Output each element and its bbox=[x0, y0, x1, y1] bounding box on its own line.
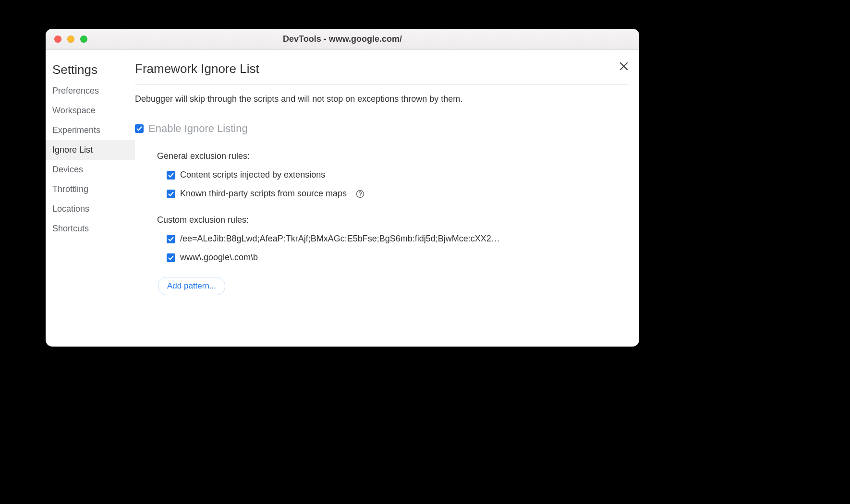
checkmark-icon bbox=[168, 236, 174, 242]
enable-ignore-listing-checkbox[interactable] bbox=[135, 124, 144, 133]
general-rule-content-scripts[interactable]: Content scripts injected by extensions bbox=[167, 170, 631, 180]
general-rules-label: General exclusion rules: bbox=[157, 151, 631, 161]
checkmark-icon bbox=[168, 254, 174, 261]
checkmark-icon bbox=[136, 125, 143, 132]
custom-rule-0[interactable]: /ee=ALeJib:B8gLwd;AfeaP:TkrAjf;BMxAGc:E5… bbox=[167, 234, 532, 244]
sidebar-item-experiments[interactable]: Experiments bbox=[46, 120, 135, 140]
checkmark-icon bbox=[168, 191, 174, 197]
close-icon bbox=[619, 62, 628, 71]
page-title: Framework Ignore List bbox=[135, 61, 629, 84]
third-party-checkbox[interactable] bbox=[167, 190, 175, 198]
sidebar-item-shortcuts[interactable]: Shortcuts bbox=[46, 219, 135, 239]
minimize-window-icon[interactable] bbox=[67, 36, 74, 43]
custom-rule-1[interactable]: www\.google\.com\b bbox=[167, 252, 532, 263]
sidebar-item-locations[interactable]: Locations bbox=[46, 199, 135, 219]
general-rule-third-party[interactable]: Known third-party scripts from source ma… bbox=[167, 189, 631, 199]
sidebar-item-workspace[interactable]: Workspace bbox=[46, 101, 135, 120]
window-title: DevTools - www.google.com/ bbox=[46, 34, 639, 44]
sidebar: Settings Preferences Workspace Experimen… bbox=[46, 50, 135, 347]
help-icon[interactable] bbox=[355, 189, 365, 199]
fullscreen-window-icon[interactable] bbox=[80, 36, 87, 43]
svg-point-1 bbox=[360, 195, 361, 196]
page-description: Debugger will skip through the scripts a… bbox=[135, 93, 631, 105]
sidebar-item-devices[interactable]: Devices bbox=[46, 160, 135, 180]
enable-ignore-listing-label: Enable Ignore Listing bbox=[148, 122, 248, 135]
devtools-window: DevTools - www.google.com/ Settings Pref… bbox=[46, 29, 639, 347]
close-window-icon[interactable] bbox=[54, 36, 61, 43]
content-scripts-label: Content scripts injected by extensions bbox=[180, 170, 325, 180]
checkmark-icon bbox=[168, 172, 174, 179]
sidebar-item-preferences[interactable]: Preferences bbox=[46, 81, 135, 101]
main-panel: Framework Ignore List Debugger will skip… bbox=[135, 50, 639, 347]
sidebar-title: Settings bbox=[46, 62, 135, 81]
third-party-label: Known third-party scripts from source ma… bbox=[180, 189, 347, 199]
custom-rules-label: Custom exclusion rules: bbox=[157, 215, 631, 225]
sidebar-item-throttling[interactable]: Throttling bbox=[46, 180, 135, 199]
custom-rule-0-checkbox[interactable] bbox=[167, 235, 175, 243]
custom-rule-1-checkbox[interactable] bbox=[167, 253, 175, 262]
traffic-lights bbox=[46, 36, 87, 43]
enable-ignore-listing-row[interactable]: Enable Ignore Listing bbox=[135, 122, 631, 135]
sidebar-item-ignore-list[interactable]: Ignore List bbox=[46, 140, 135, 160]
add-pattern-button[interactable]: Add pattern... bbox=[158, 277, 225, 295]
content: Settings Preferences Workspace Experimen… bbox=[46, 50, 639, 347]
custom-rule-0-pattern: /ee=ALeJib:B8gLwd;AfeaP:TkrAjf;BMxAGc:E5… bbox=[180, 234, 500, 244]
content-scripts-checkbox[interactable] bbox=[167, 171, 175, 180]
close-settings-button[interactable] bbox=[617, 60, 631, 73]
titlebar: DevTools - www.google.com/ bbox=[46, 29, 639, 50]
custom-rule-1-pattern: www\.google\.com\b bbox=[180, 252, 258, 263]
